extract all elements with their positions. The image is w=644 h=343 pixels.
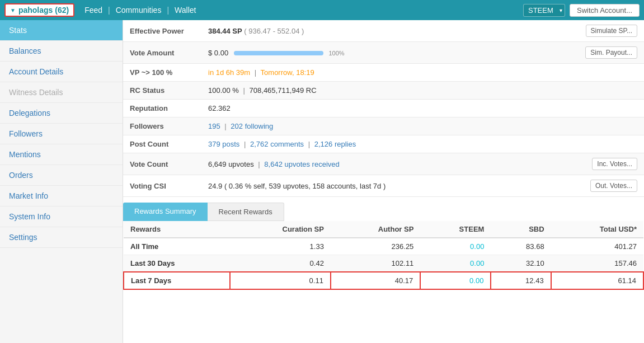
reputation-label: Reputation [123,100,201,118]
row-curation: 0.11 [230,272,331,289]
sidebar-item-balances[interactable]: Balances [0,41,123,62]
sidebar-item-account-details[interactable]: Account Details [0,62,123,82]
simulate-sp-button[interactable]: Simulate SP... [586,25,637,37]
dropdown-arrow-icon: ▼ [10,7,16,13]
rewards-table: Rewards Curation SP Author SP STEEM SBD … [123,221,644,290]
inc-votes-button[interactable]: Inc. Votes... [592,158,637,170]
communities-link[interactable]: Communities [112,6,165,15]
recent-rewards-tab[interactable]: Recent Rewards [208,203,284,221]
col-header-rewards: Rewards [124,221,230,238]
row-author: 102.11 [331,255,420,272]
feed-link[interactable]: Feed [81,6,106,15]
main-layout: Stats Balances Account Details Witness D… [0,20,644,343]
vote-count-label: Vote Count [123,153,201,175]
brand-name: paholags (62) [18,6,69,15]
sidebar-item-market-info[interactable]: Market Info [0,186,123,206]
post-count-row: Post Count 379 posts | 2,762 comments | … [123,135,644,153]
col-header-author: Author SP [331,221,420,238]
row-label: All Time [124,238,230,255]
vote-amount-label: Vote Amount [123,42,201,64]
followers-count[interactable]: 195 [208,122,220,130]
sidebar-item-followers[interactable]: Followers [0,124,123,144]
sidebar: Stats Balances Account Details Witness D… [0,20,123,343]
row-steem: 0.00 [420,238,491,255]
voting-csi-value: 24.9 ( 0.36 % self, 539 upvotes, 158 acc… [201,175,577,197]
effective-power-row: Effective Power 384.44 SP ( 936.47 - 552… [123,20,644,42]
rewards-summary-tab[interactable]: Rewards Summary [123,203,208,221]
voting-csi-row: Voting CSI 24.9 ( 0.36 % self, 539 upvot… [123,175,644,197]
sidebar-item-settings[interactable]: Settings [0,227,123,248]
nav-links: Feed | Communities | Wallet [81,6,523,15]
effective-power-label: Effective Power [123,20,201,42]
vote-amount-value: $ 0.00 100% [201,42,577,64]
inc-votes-col: Inc. Votes... [577,153,644,175]
followers-row: Followers 195 | 202 following [123,118,644,135]
row-total: 401.27 [551,238,643,255]
vote-bar [234,51,323,55]
sidebar-item-mentions[interactable]: Mentions [0,144,123,165]
comments-link[interactable]: 2,762 comments [250,140,304,148]
vp-value: in 1d 6h 39m | Tomorrow, 18:19 [201,64,644,82]
top-navigation: ▼ paholags (62) Feed | Communities | Wal… [0,0,644,20]
followers-value: 195 | 202 following [201,118,644,135]
steem-select-wrapper: STEEM [523,4,565,17]
col-header-sbd: SBD [491,221,551,238]
vote-count-value: 6,649 upvotes | 8,642 upvotes received [201,153,577,175]
posts-link[interactable]: 379 posts [208,140,239,148]
sidebar-item-delegations[interactable]: Delegations [0,103,123,124]
row-total: 61.14 [551,272,643,289]
rewards-row-0: All Time 1.33 236.25 0.00 83.68 401.27 [124,238,643,255]
sidebar-item-system-info[interactable]: System Info [0,206,123,227]
reputation-value: 62.362 [201,100,644,118]
rewards-row-2: Last 7 Days 0.11 40.17 0.00 12.43 61.14 [124,272,643,289]
col-header-total: Total USD* [551,221,643,238]
reputation-row: Reputation 62.362 [123,100,644,118]
sidebar-item-witness-details: Witness Details [0,82,123,103]
row-label: Last 7 Days [124,272,230,289]
row-total: 157.46 [551,255,643,272]
sidebar-item-stats[interactable]: Stats [0,20,123,41]
row-author: 236.25 [331,238,420,255]
simulate-sp-col: Simulate SP... [577,20,644,42]
sep1: | [108,6,110,15]
switch-account-button[interactable]: Switch Account... [570,4,640,17]
vp-label: VP ~> 100 % [123,64,201,82]
followers-label: Followers [123,118,201,135]
brand-button[interactable]: ▼ paholags (62) [4,3,74,17]
rc-status-row: RC Status 100.00 % | 708,465,711,949 RC [123,82,644,100]
sidebar-item-orders[interactable]: Orders [0,165,123,186]
col-header-steem: STEEM [420,221,491,238]
upvotes-received-link[interactable]: 8,642 upvotes received [264,160,339,168]
row-sbd: 12.43 [491,272,551,289]
row-label: Last 30 Days [124,255,230,272]
post-count-value: 379 posts | 2,762 comments | 2,126 repli… [201,135,644,153]
rc-status-value: 100.00 % | 708,465,711,949 RC [201,82,644,100]
rewards-section: Rewards Summary Recent Rewards Rewards C… [123,203,644,290]
post-count-label: Post Count [123,135,201,153]
stats-table: Effective Power 384.44 SP ( 936.47 - 552… [123,20,644,197]
replies-link[interactable]: 2,126 replies [314,140,356,148]
row-curation: 0.42 [230,255,331,272]
steem-select[interactable]: STEEM [523,4,565,17]
row-sbd: 83.68 [491,238,551,255]
vote-count-row: Vote Count 6,649 upvotes | 8,642 upvotes… [123,153,644,175]
rc-status-label: RC Status [123,82,201,100]
rewards-header-row: Rewards Curation SP Author SP STEEM SBD … [124,221,643,238]
sim-payout-button[interactable]: Sim. Payout... [585,46,637,59]
vp-row: VP ~> 100 % in 1d 6h 39m | Tomorrow, 18:… [123,64,644,82]
rewards-row-1: Last 30 Days 0.42 102.11 0.00 32.10 157.… [124,255,643,272]
nav-right: STEEM Switch Account... [523,4,640,17]
vote-amount-row: Vote Amount $ 0.00 100% Sim. Payout... [123,42,644,64]
row-author: 40.17 [331,272,420,289]
col-header-curation: Curation SP [230,221,331,238]
voting-csi-label: Voting CSI [123,175,201,197]
row-steem: 0.00 [420,255,491,272]
rewards-tabs: Rewards Summary Recent Rewards [123,203,644,221]
following-count[interactable]: 202 following [231,122,273,130]
sep2: | [167,6,169,15]
effective-power-value: 384.44 SP ( 936.47 - 552.04 ) [201,20,577,42]
content-area: Effective Power 384.44 SP ( 936.47 - 552… [123,20,644,343]
sim-payout-col: Sim. Payout... [577,42,644,64]
wallet-link[interactable]: Wallet [171,6,199,15]
out-votes-button[interactable]: Out. Votes... [590,180,637,192]
